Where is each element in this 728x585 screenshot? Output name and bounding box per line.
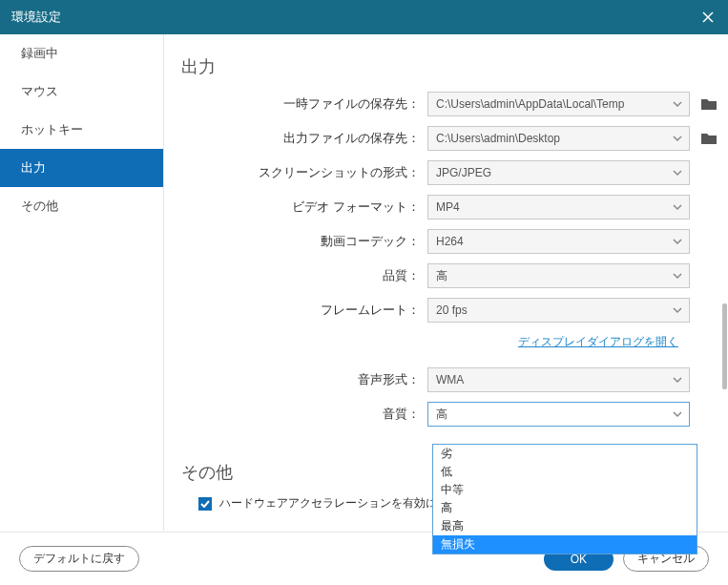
codec-select[interactable]: H264 <box>427 229 690 254</box>
dropdown-option[interactable]: 無損失 <box>433 535 697 554</box>
audio-format-label: 音声形式： <box>181 371 427 388</box>
chevron-down-icon <box>672 269 683 282</box>
framerate-label: フレームレート： <box>181 302 427 319</box>
dropdown-option[interactable]: 高 <box>433 499 697 517</box>
quality-select[interactable]: 高 <box>427 263 690 288</box>
chevron-down-icon <box>672 373 683 387</box>
sidebar-item-hotkey[interactable]: ホットキー <box>0 111 163 149</box>
dropdown-option[interactable]: 最高 <box>433 517 697 535</box>
window-title: 環境設定 <box>11 9 61 26</box>
video-format-select[interactable]: MP4 <box>427 195 690 219</box>
sidebar-item-mouse[interactable]: マウス <box>0 73 163 111</box>
scrollbar[interactable] <box>722 303 727 389</box>
display-dialog-link[interactable]: ディスプレイダイアログを開く <box>518 335 678 348</box>
chevron-down-icon <box>672 303 683 317</box>
temp-path-select[interactable]: C:\Users\admin\AppData\Local\Temp <box>427 92 690 116</box>
codec-label: 動画コーデック： <box>181 233 427 250</box>
sidebar-item-output[interactable]: 出力 <box>0 149 163 187</box>
quality-label: 品質： <box>181 267 427 284</box>
section-heading-output: 出力 <box>181 55 718 78</box>
sidebar-item-recording[interactable]: 録画中 <box>0 34 163 73</box>
output-path-label: 出力ファイルの保存先： <box>181 130 427 147</box>
titlebar: 環境設定 <box>0 0 728 34</box>
video-format-label: ビデオ フォーマット： <box>181 198 427 216</box>
dropdown-option[interactable]: 低 <box>433 463 697 481</box>
temp-path-label: 一時ファイルの保存先： <box>181 95 427 113</box>
sidebar: 録画中 マウス ホットキー 出力 その他 <box>0 34 164 531</box>
close-icon[interactable] <box>699 9 717 26</box>
screenshot-format-select[interactable]: JPG/JPEG <box>427 160 690 185</box>
chevron-down-icon <box>672 166 683 179</box>
screenshot-format-label: スクリーンショットの形式： <box>181 164 427 181</box>
chevron-down-icon <box>672 132 683 145</box>
sidebar-item-other[interactable]: その他 <box>0 187 163 225</box>
audio-quality-dropdown[interactable]: 劣 低 中等 高 最高 無損失 <box>432 444 697 554</box>
chevron-down-icon <box>672 235 683 248</box>
chevron-down-icon <box>672 200 683 214</box>
chevron-down-icon <box>672 97 683 111</box>
dropdown-option[interactable]: 中等 <box>433 481 697 499</box>
framerate-select[interactable]: 20 fps <box>427 298 690 323</box>
audio-quality-select[interactable]: 高 <box>427 402 690 427</box>
dropdown-option[interactable]: 劣 <box>433 445 697 463</box>
default-button[interactable]: デフォルトに戻す <box>19 546 139 572</box>
audio-quality-label: 音質： <box>181 406 427 423</box>
folder-icon[interactable] <box>699 130 718 147</box>
audio-format-select[interactable]: WMA <box>427 367 690 392</box>
hw-accel-checkbox[interactable] <box>198 497 212 511</box>
output-path-select[interactable]: C:\Users\admin\Desktop <box>427 126 690 151</box>
chevron-down-icon <box>672 407 683 421</box>
folder-icon[interactable] <box>699 95 718 113</box>
